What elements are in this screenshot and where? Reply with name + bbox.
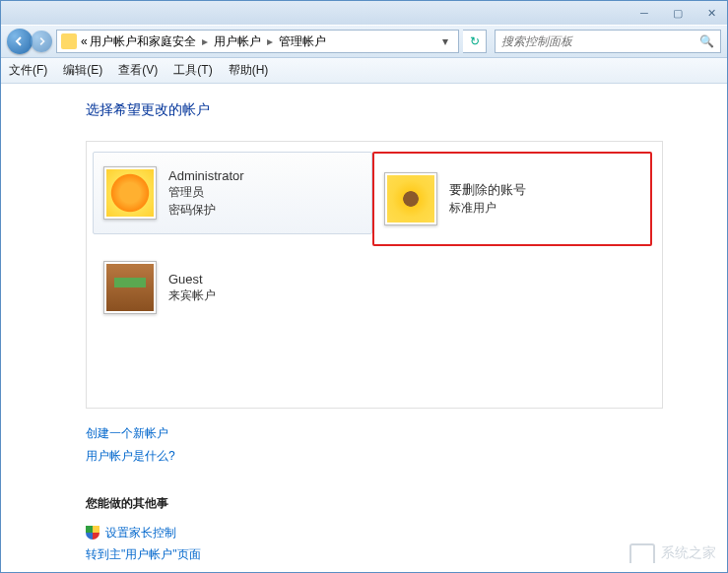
link-whatis-account[interactable]: 用户帐户是什么? [86,445,727,468]
navigation-bar: « 用户帐户和家庭安全 ▸ 用户帐户 ▸ 管理帐户 ▾ ↻ 🔍 [1,25,727,58]
chevron-right-icon: ▸ [263,34,277,48]
content-area: 选择希望更改的帐户 Administrator 管理员 密码保护 要删除的账号 … [1,84,727,572]
breadcrumb-item-1[interactable]: 用户帐户 [214,33,261,50]
search-box[interactable]: 🔍 [495,30,721,53]
account-role: 标准用户 [449,200,526,217]
titlebar: ─ ▢ ✕ [1,1,727,25]
action-links: 创建一个新帐户 用户帐户是什么? [86,422,727,468]
menu-view[interactable]: 查看(V) [118,62,158,79]
link-goto-main[interactable]: 转到主"用户帐户"页面 [86,543,727,566]
account-role: 来宾帐户 [168,287,216,304]
account-text: Administrator 管理员 密码保护 [168,168,244,219]
search-icon: 🔍 [699,34,714,48]
account-name: Guest [168,272,216,286]
account-extra: 密码保护 [168,202,244,219]
account-text: Guest 来宾帐户 [168,272,216,304]
link-label: 设置家长控制 [105,522,176,544]
avatar [103,166,157,220]
link-create-account[interactable]: 创建一个新帐户 [86,422,727,445]
accounts-grid: Administrator 管理员 密码保护 要删除的账号 标准用户 Guest… [86,141,663,409]
breadcrumb-item-0[interactable]: 用户帐户和家庭安全 [90,33,196,50]
account-card-to-delete[interactable]: 要删除的账号 标准用户 [372,152,652,246]
breadcrumb[interactable]: « 用户帐户和家庭安全 ▸ 用户帐户 ▸ 管理帐户 ▾ [56,30,459,53]
menubar: 文件(F) 编辑(E) 查看(V) 工具(T) 帮助(H) [1,58,727,84]
accounts-icon [61,33,77,49]
maximize-button[interactable]: ▢ [670,6,686,20]
page-title: 选择希望更改的帐户 [86,101,727,119]
search-input[interactable] [501,34,699,48]
breadcrumb-dropdown[interactable]: ▾ [436,34,454,48]
refresh-icon: ↻ [470,34,480,48]
account-card-guest[interactable]: Guest 来宾帐户 [93,246,372,329]
account-role: 管理员 [168,184,244,201]
control-panel-window: ─ ▢ ✕ « 用户帐户和家庭安全 ▸ 用户帐户 ▸ 管理帐户 ▾ ↻ [0,0,728,573]
close-button[interactable]: ✕ [703,6,719,20]
avatar [384,172,437,225]
nav-arrows [7,29,52,54]
avatar [103,261,157,314]
link-parental-control[interactable]: 设置家长控制 [86,522,727,544]
menu-edit[interactable]: 编辑(E) [63,62,102,79]
minimize-button[interactable]: ─ [636,6,652,20]
account-card-administrator[interactable]: Administrator 管理员 密码保护 [93,152,372,234]
menu-help[interactable]: 帮助(H) [229,62,269,79]
menu-tools[interactable]: 工具(T) [173,62,212,79]
other-section-title: 您能做的其他事 [86,495,727,512]
chevron-right-icon: ▸ [198,34,212,48]
refresh-button[interactable]: ↻ [463,30,487,53]
account-name: Administrator [168,168,244,183]
back-button[interactable] [7,29,33,54]
account-text: 要删除的账号 标准用户 [449,181,526,217]
breadcrumb-prefix[interactable]: « [81,34,88,48]
account-name: 要删除的账号 [449,181,526,199]
menu-file[interactable]: 文件(F) [9,62,47,79]
shield-icon [86,526,99,540]
forward-button[interactable] [31,31,52,52]
breadcrumb-item-2[interactable]: 管理帐户 [279,33,326,50]
